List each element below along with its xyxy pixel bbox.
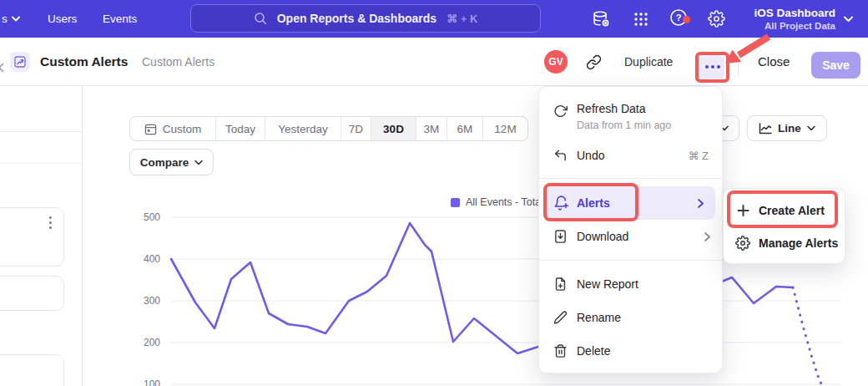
y-axis-tick: 500 — [127, 211, 160, 223]
submenu-item-create-alert[interactable]: Create Alert — [724, 195, 845, 226]
menu-item-undo[interactable]: Undo ⌘ Z — [539, 139, 722, 172]
submenu-item-label: Create Alert — [759, 204, 825, 217]
line-chart-icon — [759, 123, 772, 135]
menu-item-label: Undo — [577, 149, 604, 162]
gear-icon — [735, 236, 750, 251]
search-shortcut: ⌘ + K — [447, 13, 477, 25]
report-type-icon — [10, 52, 30, 72]
bell-plus-icon — [553, 196, 569, 211]
chart-legend: All Events - Total — [451, 196, 543, 208]
svg-text:?: ? — [676, 13, 682, 23]
nav-item-events[interactable]: Events — [103, 0, 137, 38]
menu-item-label: Download — [577, 230, 628, 243]
chevron-down-icon — [844, 16, 853, 23]
trash-icon — [553, 344, 568, 358]
plus-icon — [737, 205, 749, 217]
chevron-right-icon — [698, 199, 704, 208]
data-management-icon[interactable] — [591, 0, 611, 38]
nav-item-truncated[interactable]: s — [2, 0, 20, 38]
range-6m[interactable]: 6M — [447, 117, 483, 140]
divider — [539, 178, 722, 179]
range-label: Today — [225, 123, 255, 135]
menu-item-download[interactable]: Download — [539, 220, 722, 253]
menu-item-subtext: Data from 1 min ago — [577, 119, 671, 131]
dot — [711, 65, 714, 69]
range-today[interactable]: Today — [216, 117, 265, 140]
settings-gear-icon[interactable] — [708, 0, 725, 38]
sidebar-card[interactable] — [0, 354, 64, 386]
y-axis-tick: 400 — [127, 253, 160, 265]
refresh-icon — [553, 104, 568, 119]
range-7d[interactable]: 7D — [341, 117, 371, 140]
range-label: 6M — [457, 123, 473, 135]
menu-item-label: Alerts — [577, 196, 610, 210]
compare-label: Compare — [140, 156, 189, 169]
nav-item-label: Events — [103, 13, 137, 25]
range-label: 7D — [349, 123, 363, 135]
menu-item-delete[interactable]: Delete — [539, 334, 722, 368]
chart-type-button[interactable]: Line — [747, 115, 827, 141]
report-header: Custom Alerts Custom Alerts GV Duplicate… — [0, 38, 868, 86]
y-axis-tick: 100 — [127, 378, 160, 386]
sidebar-card[interactable] — [0, 207, 64, 267]
dot — [717, 65, 720, 69]
menu-item-refresh-data[interactable]: Refresh Data Data from 1 min ago — [539, 95, 722, 139]
range-label: 12M — [494, 123, 516, 135]
collapse-chevron-icon[interactable] — [0, 61, 5, 76]
more-options-button[interactable] — [700, 55, 724, 79]
close-button[interactable]: Close — [758, 54, 790, 69]
compare-button[interactable]: Compare — [129, 149, 214, 175]
divider — [738, 57, 739, 75]
alerts-submenu: Create Alert Manage Alerts — [723, 188, 845, 264]
chevron-down-icon — [194, 160, 203, 165]
kebab-menu-icon[interactable] — [49, 216, 52, 229]
sidebar-card[interactable] — [0, 276, 64, 311]
notification-dot — [683, 16, 690, 23]
app-window: s Users Events Open Reports & Dashboards… — [0, 0, 868, 386]
range-label: Custom — [163, 123, 202, 135]
duplicate-button[interactable]: Duplicate — [624, 55, 673, 69]
apps-grid-icon[interactable] — [633, 0, 649, 38]
range-label: Yesterday — [278, 123, 328, 135]
range-yesterday[interactable]: Yesterday — [265, 117, 341, 140]
nav-item-label: s — [2, 13, 8, 25]
chart-line-dashed — [793, 287, 822, 386]
top-navigation-bar: s Users Events Open Reports & Dashboards… — [0, 0, 868, 38]
legend-swatch — [451, 198, 460, 207]
project-name: iOS Dashboard — [754, 7, 835, 20]
avatar-initials: GV — [548, 56, 563, 68]
avatar[interactable]: GV — [544, 50, 568, 74]
save-button[interactable]: Save — [811, 52, 860, 79]
dot — [705, 65, 709, 69]
left-sidebar — [0, 86, 83, 386]
copy-link-icon[interactable] — [586, 54, 602, 74]
project-selector[interactable]: iOS Dashboard All Project Data — [754, 0, 853, 38]
range-label: 30D — [383, 123, 404, 135]
nav-item-label: Users — [48, 13, 77, 25]
menu-item-new-report[interactable]: New Report — [539, 267, 722, 301]
y-axis-tick: 200 — [127, 337, 160, 348]
range-label: 3M — [424, 123, 440, 135]
divider — [539, 260, 722, 261]
help-icon[interactable]: ? — [669, 0, 688, 38]
download-icon — [553, 230, 568, 244]
range-30d-selected[interactable]: 30D — [371, 117, 416, 140]
pencil-icon — [553, 311, 568, 325]
range-3m[interactable]: 3M — [416, 117, 447, 140]
menu-item-label: New Report — [577, 277, 638, 291]
chevron-down-icon — [12, 16, 20, 22]
menu-item-rename[interactable]: Rename — [539, 301, 722, 334]
breadcrumb: Custom Alerts — [142, 55, 214, 69]
nav-item-users[interactable]: Users — [48, 0, 77, 38]
chart-type-label: Line — [778, 122, 801, 135]
menu-item-alerts[interactable]: Alerts — [546, 186, 715, 220]
range-12m[interactable]: 12M — [483, 117, 527, 140]
submenu-item-manage-alerts[interactable]: Manage Alerts — [724, 227, 845, 259]
submenu-item-label: Manage Alerts — [759, 236, 838, 250]
y-axis-tick: 300 — [127, 295, 160, 307]
divider — [0, 163, 82, 164]
menu-item-shortcut: ⌘ Z — [688, 150, 709, 162]
new-report-icon — [553, 277, 568, 292]
search-input[interactable]: Open Reports & Dashboards ⌘ + K — [190, 4, 541, 33]
range-custom[interactable]: Custom — [130, 117, 216, 140]
